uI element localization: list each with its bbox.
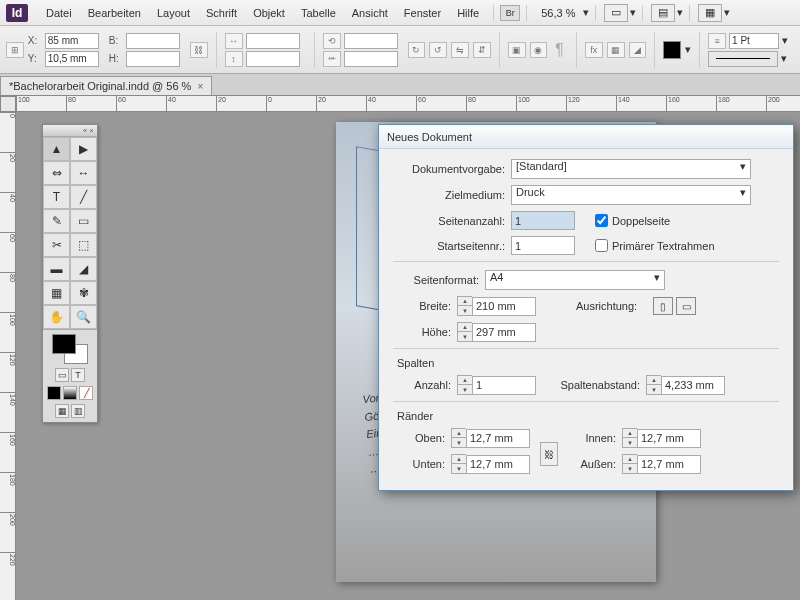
menu-objekt[interactable]: Objekt: [245, 7, 293, 19]
zoom-level[interactable]: 56,3 %: [541, 7, 575, 19]
tool-button[interactable]: ⇔: [43, 161, 70, 185]
spin-down-icon[interactable]: ▼: [452, 464, 466, 473]
rotate-cw-icon[interactable]: ↻: [408, 42, 426, 58]
ruler-origin[interactable]: [0, 96, 16, 112]
spin-down-icon[interactable]: ▼: [458, 385, 472, 394]
primary-frame-checkbox[interactable]: Primärer Textrahmen: [595, 239, 715, 252]
margin-bottom-input[interactable]: [466, 455, 530, 474]
tool-button[interactable]: T: [43, 185, 70, 209]
x-input[interactable]: [45, 33, 99, 49]
intent-select[interactable]: Druck ▾: [511, 185, 751, 205]
rotate-ccw-icon[interactable]: ↺: [429, 42, 447, 58]
pagesize-select[interactable]: A4 ▾: [485, 270, 665, 290]
stroke-weight-input[interactable]: [729, 33, 779, 49]
rotate-input[interactable]: [344, 33, 398, 49]
wrap-icon[interactable]: ▦: [607, 42, 625, 58]
spin-up-icon[interactable]: ▲: [452, 429, 466, 438]
primary-frame-check[interactable]: [595, 239, 608, 252]
margin-outside-input[interactable]: [637, 455, 701, 474]
apply-none-icon[interactable]: ╱: [79, 386, 93, 400]
orientation-landscape-icon[interactable]: ▭: [676, 297, 696, 315]
width-input[interactable]: [472, 297, 536, 316]
bridge-button[interactable]: Br: [500, 5, 520, 21]
apply-gradient-icon[interactable]: [63, 386, 77, 400]
dialog-titlebar[interactable]: Neues Dokument: [379, 125, 793, 149]
horizontal-ruler[interactable]: 10080604020020406080100120140160180200: [16, 96, 800, 112]
spin-up-icon[interactable]: ▲: [623, 429, 637, 438]
scale-x-input[interactable]: [246, 33, 300, 49]
start-page-input[interactable]: [511, 236, 575, 255]
color-swap[interactable]: [52, 334, 88, 364]
chevron-down-icon[interactable]: ▾: [630, 6, 636, 19]
spin-up-icon[interactable]: ▲: [647, 376, 661, 385]
spin-up-icon[interactable]: ▲: [623, 455, 637, 464]
spin-up-icon[interactable]: ▲: [458, 323, 472, 332]
select-container-icon[interactable]: ▣: [508, 42, 526, 58]
width-input[interactable]: [126, 33, 180, 49]
select-content-icon[interactable]: ◉: [530, 42, 548, 58]
scale-y-input[interactable]: [246, 51, 300, 67]
link-margins-icon[interactable]: ⛓: [540, 442, 558, 466]
screen-mode-icon[interactable]: ▤: [651, 4, 675, 22]
gutter-input[interactable]: [661, 376, 725, 395]
tool-button[interactable]: ▶: [70, 137, 97, 161]
menu-schrift[interactable]: Schrift: [198, 7, 245, 19]
tool-button[interactable]: ↔: [70, 161, 97, 185]
formatting-container-icon[interactable]: ▭: [55, 368, 69, 382]
columns-input[interactable]: [472, 376, 536, 395]
reference-point-icon[interactable]: ⊞: [6, 42, 24, 58]
orientation-portrait-icon[interactable]: ▯: [653, 297, 673, 315]
formatting-text-icon[interactable]: T: [71, 368, 85, 382]
spin-down-icon[interactable]: ▼: [623, 438, 637, 447]
tool-button[interactable]: ▭: [70, 209, 97, 233]
pages-input[interactable]: [511, 211, 575, 230]
height-input[interactable]: [472, 323, 536, 342]
apply-color-icon[interactable]: [47, 386, 61, 400]
spin-up-icon[interactable]: ▲: [452, 455, 466, 464]
facing-pages-check[interactable]: [595, 214, 608, 227]
panel-header[interactable]: « ×: [43, 125, 97, 137]
tool-button[interactable]: ▲: [43, 137, 70, 161]
y-input[interactable]: [45, 51, 99, 67]
tool-button[interactable]: ✋: [43, 305, 70, 329]
tool-button[interactable]: ▦: [43, 281, 70, 305]
menu-ansicht[interactable]: Ansicht: [344, 7, 396, 19]
tool-button[interactable]: ✾: [70, 281, 97, 305]
tool-button[interactable]: ╱: [70, 185, 97, 209]
menu-layout[interactable]: Layout: [149, 7, 198, 19]
spin-down-icon[interactable]: ▼: [458, 332, 472, 341]
constrain-icon[interactable]: ⛓: [190, 42, 208, 58]
fx-icon[interactable]: fx: [585, 42, 603, 58]
chevron-down-icon[interactable]: ▾: [724, 6, 730, 19]
menu-hilfe[interactable]: Hilfe: [449, 7, 487, 19]
document-tab[interactable]: *Bachelorarbeit Original.indd @ 56 % ×: [0, 76, 212, 95]
tool-button[interactable]: 🔍: [70, 305, 97, 329]
spin-down-icon[interactable]: ▼: [647, 385, 661, 394]
tool-button[interactable]: ▬: [43, 257, 70, 281]
spin-down-icon[interactable]: ▼: [623, 464, 637, 473]
tool-button[interactable]: ✎: [43, 209, 70, 233]
corner-icon[interactable]: ◢: [629, 42, 647, 58]
menu-datei[interactable]: Datei: [38, 7, 80, 19]
view-normal-icon[interactable]: ▦: [55, 404, 69, 418]
height-input[interactable]: [126, 51, 180, 67]
spin-down-icon[interactable]: ▼: [458, 306, 472, 315]
tool-button[interactable]: ◢: [70, 257, 97, 281]
chevron-down-icon[interactable]: ▾: [685, 43, 691, 56]
facing-pages-checkbox[interactable]: Doppelseite: [595, 214, 670, 227]
view-preview-icon[interactable]: ▥: [71, 404, 85, 418]
chevron-down-icon[interactable]: ▾: [583, 6, 589, 19]
preset-select[interactable]: [Standard] ▾: [511, 159, 751, 179]
flip-v-icon[interactable]: ⇵: [473, 42, 491, 58]
arrange-icon[interactable]: ▦: [698, 4, 722, 22]
shear-input[interactable]: [344, 51, 398, 67]
spin-down-icon[interactable]: ▼: [452, 438, 466, 447]
flip-h-icon[interactable]: ⇋: [451, 42, 469, 58]
chevron-down-icon[interactable]: ▾: [677, 6, 683, 19]
spin-up-icon[interactable]: ▲: [458, 297, 472, 306]
spin-up-icon[interactable]: ▲: [458, 376, 472, 385]
chevron-down-icon[interactable]: ▾: [782, 34, 788, 47]
menu-tabelle[interactable]: Tabelle: [293, 7, 344, 19]
chevron-down-icon[interactable]: ▾: [781, 52, 787, 65]
close-tab-icon[interactable]: ×: [197, 81, 203, 92]
